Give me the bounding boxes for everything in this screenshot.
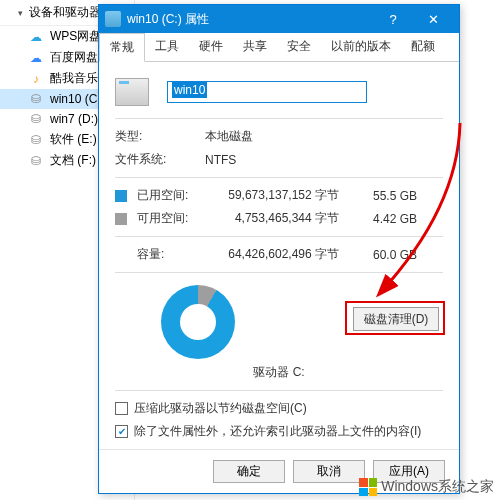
used-space-gb: 55.5 GB bbox=[357, 189, 417, 203]
type-value: 本地磁盘 bbox=[205, 128, 253, 145]
tab-5[interactable]: 以前的版本 bbox=[321, 33, 401, 61]
tab-0[interactable]: 常规 bbox=[99, 33, 145, 62]
free-space-color-swatch bbox=[115, 213, 127, 225]
tab-6[interactable]: 配额 bbox=[401, 33, 445, 61]
highlight-annotation bbox=[345, 301, 445, 335]
tab-general-content: win10 类型:本地磁盘 文件系统:NTFS 已用空间: 59,673,137… bbox=[99, 62, 459, 453]
free-space-gb: 4.42 GB bbox=[357, 212, 417, 226]
compress-checkbox[interactable] bbox=[115, 402, 128, 415]
used-space-color-swatch bbox=[115, 190, 127, 202]
sidebar-item-label: 酷我音乐 bbox=[50, 70, 98, 87]
explorer-section-label: 设备和驱动器 bbox=[29, 4, 101, 21]
capacity-bytes: 64,426,602,496 字节 bbox=[207, 246, 357, 263]
cloud-icon: ☁ bbox=[28, 29, 44, 45]
type-label: 类型: bbox=[115, 128, 205, 145]
watermark-text: Windows系统之家 bbox=[381, 478, 494, 496]
music-icon: ♪ bbox=[28, 71, 44, 87]
dialog-title: win10 (C:) 属性 bbox=[127, 11, 209, 28]
sidebar-item-label: win10 (C:) bbox=[50, 92, 105, 106]
drive-properties-dialog: win10 (C:) 属性 ? ✕ 常规工具硬件共享安全以前的版本配额 win1… bbox=[98, 4, 460, 494]
watermark: Windows系统之家 bbox=[359, 478, 494, 496]
tab-4[interactable]: 安全 bbox=[277, 33, 321, 61]
sidebar-item-label: 百度网盘 bbox=[50, 49, 98, 66]
filesystem-label: 文件系统: bbox=[115, 151, 205, 168]
capacity-gb: 60.0 GB bbox=[357, 248, 417, 262]
drive-icon-large bbox=[115, 78, 149, 106]
drive-icon: ⛁ bbox=[28, 132, 44, 148]
tab-2[interactable]: 硬件 bbox=[189, 33, 233, 61]
compress-label: 压缩此驱动器以节约磁盘空间(C) bbox=[134, 400, 307, 417]
help-button[interactable]: ? bbox=[373, 5, 413, 33]
windows-logo-icon bbox=[359, 478, 377, 496]
sidebar-item-label: win7 (D:) bbox=[50, 112, 98, 126]
sidebar-item-label: 文档 (F:) bbox=[50, 152, 96, 169]
sidebar-item-label: 软件 (E:) bbox=[50, 131, 97, 148]
free-space-label: 可用空间: bbox=[137, 210, 207, 227]
space-usage-pie-chart bbox=[161, 285, 235, 359]
index-checkbox[interactable]: ✔ bbox=[115, 425, 128, 438]
used-space-bytes: 59,673,137,152 字节 bbox=[207, 187, 357, 204]
drive-icon bbox=[105, 11, 121, 27]
free-space-bytes: 4,753,465,344 字节 bbox=[207, 210, 357, 227]
tab-strip: 常规工具硬件共享安全以前的版本配额 bbox=[99, 33, 459, 62]
drive-icon: ⛁ bbox=[28, 91, 44, 107]
chevron-down-icon: ▾ bbox=[18, 8, 23, 18]
used-space-label: 已用空间: bbox=[137, 187, 207, 204]
drive-icon: ⛁ bbox=[28, 111, 44, 127]
drive-icon: ⛁ bbox=[28, 153, 44, 169]
ok-button[interactable]: 确定 bbox=[213, 460, 285, 483]
titlebar[interactable]: win10 (C:) 属性 ? ✕ bbox=[99, 5, 459, 33]
capacity-label: 容量: bbox=[137, 246, 207, 263]
index-label: 除了文件属性外，还允许索引此驱动器上文件的内容(I) bbox=[134, 423, 421, 440]
cloud-icon: ☁ bbox=[28, 50, 44, 66]
cancel-button[interactable]: 取消 bbox=[293, 460, 365, 483]
filesystem-value: NTFS bbox=[205, 153, 236, 167]
close-button[interactable]: ✕ bbox=[413, 5, 453, 33]
tab-3[interactable]: 共享 bbox=[233, 33, 277, 61]
tab-1[interactable]: 工具 bbox=[145, 33, 189, 61]
drive-name-input[interactable]: win10 bbox=[167, 81, 367, 103]
sidebar-item-label: WPS网盘 bbox=[50, 28, 101, 45]
